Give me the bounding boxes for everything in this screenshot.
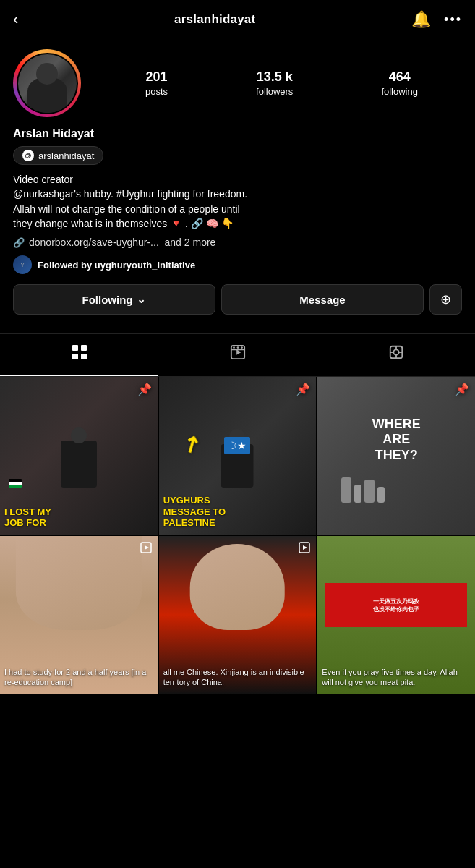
- header: ‹ arslanhidayat 🔔 •••: [0, 0, 475, 39]
- svg-marker-5: [236, 350, 241, 355]
- svg-point-7: [233, 346, 235, 349]
- add-person-button[interactable]: ⊕: [429, 284, 462, 315]
- back-button[interactable]: ‹: [13, 10, 18, 29]
- palestine-flag-icon: [9, 479, 22, 488]
- follower-avatar: Y: [13, 255, 32, 274]
- grid-tab-icon: [72, 344, 87, 365]
- posts-label: posts: [145, 86, 168, 97]
- grid-post-3[interactable]: 📌 WHEREARETHEY?: [317, 377, 475, 535]
- link-icon: 🔗: [13, 237, 25, 248]
- post-4-text: I had to study for 2 and a half years [i…: [4, 667, 153, 688]
- followers-count: 13.5 k: [257, 69, 293, 85]
- post-6-text: Even if you pray five times a day, Allah…: [322, 667, 471, 688]
- notification-icon[interactable]: 🔔: [411, 10, 431, 29]
- posts-count: 201: [146, 69, 168, 85]
- yellow-arrow-icon: ↗: [177, 429, 205, 460]
- followed-by-row: Y Followed by uyghuryouth_initiative: [13, 255, 462, 274]
- svg-point-8: [236, 346, 239, 349]
- stat-following[interactable]: 464 following: [381, 69, 418, 97]
- avatar-inner: [17, 53, 78, 114]
- svg-marker-17: [145, 545, 149, 550]
- following-label: following: [381, 86, 418, 97]
- svg-rect-2: [72, 354, 78, 359]
- message-button[interactable]: Message: [221, 284, 424, 315]
- svg-rect-3: [81, 354, 87, 359]
- profile-top-row: 201 posts 13.5 k followers 464 following: [13, 49, 462, 117]
- bio-text: Video creator @nurkashgar's hubby. #Uygh…: [13, 172, 462, 231]
- svg-rect-0: [72, 345, 78, 351]
- pin-icon-2: 📌: [296, 383, 310, 396]
- grid-post-4[interactable]: I had to study for 2 and a half years [i…: [0, 536, 158, 694]
- reel-icon-4: [140, 542, 152, 556]
- avatar[interactable]: [13, 49, 81, 117]
- post-6-banner-text: 一天做五次乃玛孜也没不给你肉包子: [373, 597, 419, 613]
- tab-tagged[interactable]: [317, 334, 475, 376]
- reels-tab-icon: [230, 344, 246, 365]
- svg-point-9: [241, 346, 243, 349]
- chevron-down-icon: ⌄: [137, 293, 146, 306]
- svg-rect-1: [81, 345, 87, 351]
- tab-bar: [0, 333, 475, 377]
- link-url[interactable]: donorbox.org/save-uyghur-... and 2 more: [29, 237, 215, 248]
- threads-icon: @: [22, 150, 34, 161]
- grid-post-5[interactable]: all me Chinese. Xinjiang is an indivisib…: [159, 536, 317, 694]
- post-3-text: WHEREARETHEY?: [317, 417, 475, 464]
- tab-reels[interactable]: [158, 334, 317, 376]
- post-6-banner: 一天做五次乃玛孜也没不给你肉包子: [325, 583, 467, 627]
- pin-icon-3: 📌: [455, 383, 469, 396]
- display-name: Arslan Hidayat: [13, 127, 462, 140]
- tab-grid[interactable]: [0, 334, 158, 376]
- grid-post-2[interactable]: ☽★ ↗ 📌 UYGHURSMESSAGE TOPALESTINE: [159, 377, 317, 535]
- stat-followers[interactable]: 13.5 k followers: [256, 69, 293, 97]
- action-buttons: Following ⌄ Message ⊕: [13, 284, 462, 315]
- svg-marker-19: [303, 545, 307, 550]
- avatar-ring: [13, 49, 81, 117]
- profile-username-header: arslanhidayat: [174, 12, 255, 27]
- uyghur-flag-icon: ☽★: [224, 437, 250, 454]
- more-options-icon[interactable]: •••: [444, 12, 462, 27]
- profile-stats: 201 posts 13.5 k followers 464 following: [101, 69, 462, 97]
- post-2-text: UYGHURSMESSAGE TOPALESTINE: [163, 495, 312, 529]
- followers-label: followers: [256, 86, 293, 97]
- grid-post-1[interactable]: 📌 I LOST MYJOB FOR: [0, 377, 158, 535]
- header-actions: 🔔 •••: [411, 10, 462, 29]
- svg-point-11: [393, 350, 398, 355]
- pin-icon-1: 📌: [137, 383, 152, 396]
- following-button[interactable]: Following ⌄: [13, 284, 215, 315]
- followed-by-text: Followed by uyghuryouth_initiative: [38, 260, 195, 271]
- post-5-text: all me Chinese. Xinjiang is an indivisib…: [163, 667, 312, 688]
- add-person-icon: ⊕: [440, 292, 451, 307]
- post-1-figure: [61, 441, 97, 488]
- following-count: 464: [389, 69, 411, 85]
- stat-posts[interactable]: 201 posts: [145, 69, 168, 97]
- reel-icon-5: [299, 542, 310, 556]
- grid-post-6[interactable]: 一天做五次乃玛孜也没不给你肉包子 Even if you pray five t…: [317, 536, 475, 694]
- avatar-image: [18, 54, 77, 113]
- post-1-text: I LOST MYJOB FOR: [4, 506, 153, 529]
- threads-badge[interactable]: @ arslanhidayat: [13, 146, 103, 165]
- threads-handle: arslanhidayat: [38, 150, 94, 161]
- posts-grid: 📌 I LOST MYJOB FOR ☽★ ↗ 📌 UYGHURSMESSAGE…: [0, 377, 475, 693]
- link-row: 🔗 donorbox.org/save-uyghur-... and 2 mor…: [13, 237, 462, 248]
- tagged-tab-icon: [388, 344, 404, 365]
- profile-section: 201 posts 13.5 k followers 464 following…: [0, 39, 475, 333]
